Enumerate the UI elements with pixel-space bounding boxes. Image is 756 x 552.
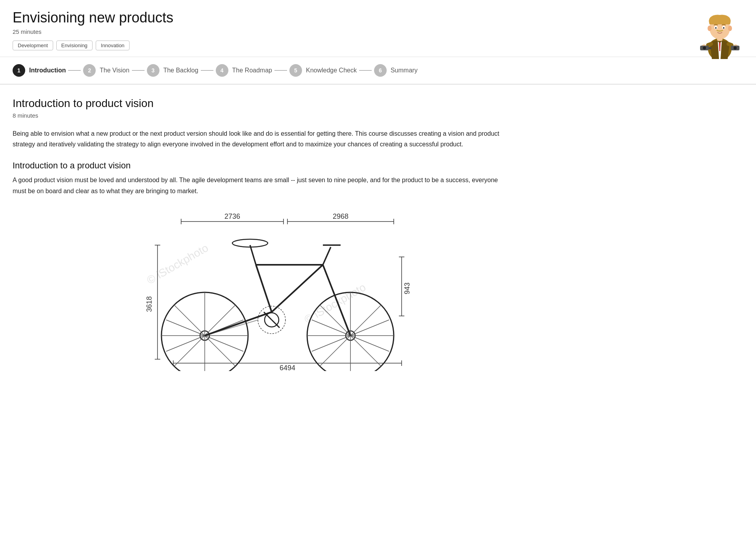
step-4-label: The Roadmap [232, 67, 272, 74]
step-5-label: Knowledge Check [306, 67, 357, 74]
bike-diagram: © iStockphoto © iStockphoto 2736 2968 36… [13, 206, 499, 371]
subsection-paragraph: A good product vision must be loved and … [13, 175, 499, 196]
svg-point-9 [734, 46, 737, 50]
svg-text:3618: 3618 [145, 296, 153, 312]
tag-development[interactable]: Development [13, 41, 53, 50]
svg-text:6494: 6494 [280, 364, 295, 371]
svg-text:© iStockphoto: © iStockphoto [302, 281, 368, 326]
step-6-circle: 6 [374, 64, 387, 77]
main-content: Introduction to product vision 8 minutes… [0, 85, 512, 371]
svg-rect-7 [708, 47, 712, 49]
svg-text:2736: 2736 [224, 212, 240, 220]
step-6-summary[interactable]: 6 Summary [374, 64, 417, 77]
svg-text:© iStockphoto: © iStockphoto [145, 242, 211, 286]
svg-point-14 [728, 26, 732, 31]
step-6-label: Summary [391, 67, 417, 74]
svg-point-13 [708, 26, 712, 31]
step-1-introduction[interactable]: 1 Introduction [13, 64, 66, 77]
tags-row: Development Envisioning Innovation [13, 41, 743, 50]
step-3-circle: 3 [147, 64, 159, 77]
page-header: Envisioning new products 25 minutes Deve… [0, 0, 756, 57]
step-5-circle: 5 [289, 64, 302, 77]
tag-innovation[interactable]: Innovation [96, 41, 130, 50]
header-illustration [696, 8, 743, 61]
svg-point-8 [703, 46, 706, 50]
step-3-label: The Backlog [163, 67, 198, 74]
step-connector-1-2 [68, 70, 81, 71]
page-duration: 25 minutes [13, 28, 743, 35]
step-1-circle: 1 [13, 64, 25, 77]
step-1-label: Introduction [29, 67, 66, 74]
svg-point-17 [715, 27, 717, 29]
svg-line-60 [256, 265, 272, 312]
step-2-vision[interactable]: 2 The Vision [83, 64, 129, 77]
svg-line-64 [250, 245, 256, 265]
svg-text:2968: 2968 [333, 212, 348, 220]
page-title: Envisioning new products [13, 9, 743, 26]
svg-point-18 [723, 27, 724, 29]
step-4-roadmap[interactable]: 4 The Roadmap [216, 64, 272, 77]
subsection-title: Introduction to a product vision [13, 161, 499, 171]
step-5-knowledge[interactable]: 5 Knowledge Check [289, 64, 357, 77]
svg-text:943: 943 [403, 282, 411, 294]
intro-paragraph: Being able to envision what a new produc… [13, 128, 499, 150]
step-connector-2-3 [132, 70, 145, 71]
svg-line-61 [272, 265, 323, 312]
svg-line-66 [323, 247, 331, 265]
step-3-backlog[interactable]: 3 The Backlog [147, 64, 198, 77]
tag-envisioning[interactable]: Envisioning [56, 41, 93, 50]
section-duration: 8 minutes [13, 112, 499, 119]
step-2-circle: 2 [83, 64, 96, 77]
svg-line-59 [205, 312, 272, 336]
step-connector-4-5 [274, 70, 287, 71]
step-navigation: 1 Introduction 2 The Vision 3 The Backlo… [0, 57, 756, 85]
step-2-label: The Vision [100, 67, 129, 74]
step-4-circle: 4 [216, 64, 228, 77]
section-title: Introduction to product vision [13, 97, 499, 110]
step-connector-5-6 [359, 70, 372, 71]
step-connector-3-4 [201, 70, 213, 71]
